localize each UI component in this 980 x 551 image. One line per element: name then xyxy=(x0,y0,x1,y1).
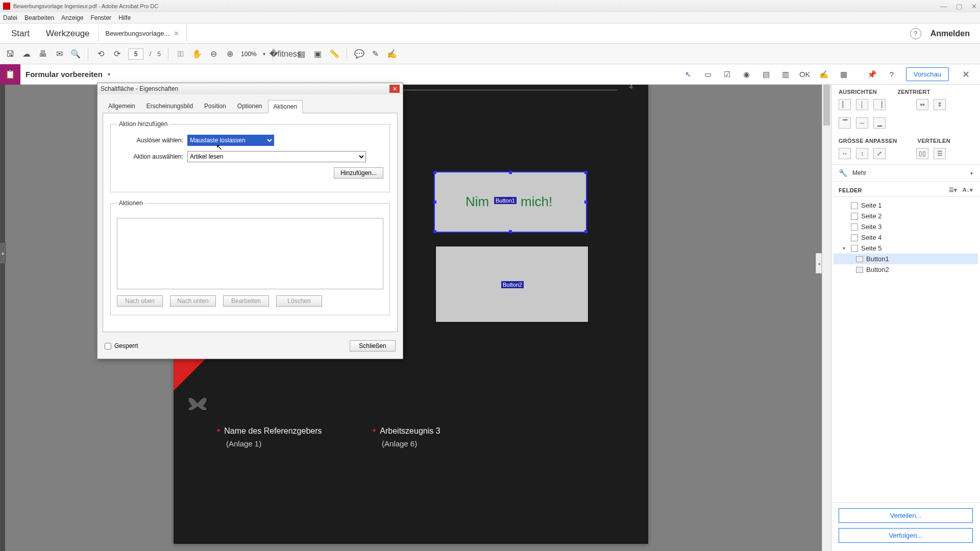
list-field-icon[interactable]: ▤ xyxy=(761,69,771,80)
action-select[interactable]: Artikel lesen xyxy=(187,151,366,162)
sort-icon[interactable]: ☰▾ xyxy=(949,187,958,193)
tree-page-3[interactable]: Seite 3 xyxy=(834,221,978,232)
form-field-button1[interactable]: Nim Button1 mich! xyxy=(434,171,587,233)
fit-page-icon[interactable]: ▤ xyxy=(297,49,307,59)
select-arrow-icon[interactable]: ▭⃕ xyxy=(176,49,186,59)
ruler-icon[interactable]: 📏 xyxy=(329,49,339,59)
twisty-icon[interactable]: ▾ xyxy=(843,245,848,251)
tab-general[interactable]: Allgemein xyxy=(103,99,141,113)
help-tool-icon[interactable]: ? xyxy=(887,69,897,80)
form-prepare-dropdown-icon[interactable]: ▾ xyxy=(108,71,110,77)
align-center-v-icon[interactable]: ─ xyxy=(856,117,868,129)
align-top-icon[interactable]: ▔ xyxy=(839,117,851,129)
close-formbar-icon[interactable]: ✕ xyxy=(958,69,974,80)
add-action-button[interactable]: Hinzufügen... xyxy=(334,167,383,179)
locked-checkbox[interactable] xyxy=(105,343,111,349)
form-prepare-label[interactable]: Formular vorbereiten xyxy=(20,70,108,79)
move-down-button[interactable]: Nach unten xyxy=(170,295,216,307)
checkbox-field-icon[interactable]: ☑ xyxy=(722,69,732,80)
tree-field-button2[interactable]: Button2 xyxy=(834,264,978,275)
menu-window[interactable]: Fenster xyxy=(90,14,111,21)
read-mode-icon[interactable]: ▣ xyxy=(313,49,323,59)
tree-page-4[interactable]: Seite 4 xyxy=(834,232,978,243)
page-down-icon[interactable]: ⟳ xyxy=(112,49,122,59)
help-icon[interactable]: ? xyxy=(910,28,921,39)
tab-close-icon[interactable]: ✕ xyxy=(174,30,179,37)
tab-actions[interactable]: Aktionen xyxy=(268,100,303,113)
tree-field-button1[interactable]: Button1 xyxy=(834,254,978,264)
zoom-out-icon[interactable]: ⊖ xyxy=(208,49,218,59)
barcode-field-icon[interactable]: ▦ xyxy=(839,69,849,80)
menu-view[interactable]: Anzeige xyxy=(61,14,83,21)
menu-edit[interactable]: Bearbeiten xyxy=(24,14,54,21)
dialog-titlebar[interactable]: Schaltfläche - Eigenschaften ✕ xyxy=(97,83,403,94)
form-field-button2[interactable]: Button2 xyxy=(435,246,589,322)
comment-icon[interactable]: 💬 xyxy=(354,49,364,59)
highlight-icon[interactable]: ✎ xyxy=(371,49,381,59)
size-both-icon[interactable]: ⤢ xyxy=(873,148,886,159)
nav-pane-expand[interactable]: ▸ xyxy=(0,243,6,263)
edit-action-button[interactable]: Bearbeiten xyxy=(223,295,269,307)
distribute-h-icon[interactable]: ▯▯ xyxy=(916,148,928,159)
zoom-value[interactable]: 100% xyxy=(241,51,257,58)
cloud-icon[interactable]: ☁ xyxy=(21,49,32,59)
align-bottom-icon[interactable]: ▁ xyxy=(873,117,886,129)
button-field-icon[interactable]: OK xyxy=(800,69,810,80)
center-v-icon[interactable]: ⇕ xyxy=(934,99,946,110)
tree-page-1[interactable]: Seite 1 xyxy=(834,200,978,211)
hand-icon[interactable]: ✋ xyxy=(192,49,202,59)
mail-icon[interactable]: ✉ xyxy=(54,49,64,59)
signature-field-icon[interactable]: ✍ xyxy=(819,69,829,80)
maximize-button[interactable]: ▢ xyxy=(956,3,962,10)
tree-page-5[interactable]: ▾Seite 5 xyxy=(834,243,978,254)
more-row[interactable]: 🔧 Mehr ▾ xyxy=(831,164,980,182)
login-link[interactable]: Anmelden xyxy=(930,29,970,38)
sort-az-icon[interactable]: A↓▾ xyxy=(963,187,973,193)
zoom-in-icon[interactable]: ⊕ xyxy=(225,49,235,59)
select-tool-icon[interactable]: ↖ xyxy=(683,69,694,80)
dropdown-field-icon[interactable]: ▥ xyxy=(780,69,791,80)
align-right-icon[interactable]: ▕ xyxy=(873,99,886,110)
vertical-scrollbar[interactable] xyxy=(822,85,831,551)
menu-file[interactable]: Datei xyxy=(3,14,17,21)
size-height-icon[interactable]: ↕ xyxy=(856,148,868,159)
tab-tools[interactable]: Werkzeuge xyxy=(38,24,98,43)
tab-document[interactable]: Bewerbungsvorlage... ✕ xyxy=(98,24,187,42)
right-panel-collapse[interactable]: ◂ xyxy=(816,253,822,273)
minimize-button[interactable]: — xyxy=(940,3,947,10)
delete-action-button[interactable]: Löschen xyxy=(276,295,322,307)
trigger-select[interactable]: Maustaste loslassen xyxy=(187,135,274,146)
tab-options[interactable]: Optionen xyxy=(232,99,268,113)
print-icon[interactable]: 🖶 xyxy=(38,49,48,59)
close-button[interactable]: ✕ xyxy=(971,3,977,10)
track-button[interactable]: Verfolgen... xyxy=(839,528,973,543)
size-width-icon[interactable]: ↔ xyxy=(839,148,851,159)
zoom-dropdown-icon[interactable]: ▾ xyxy=(263,51,265,57)
tree-page-2[interactable]: Seite 2 xyxy=(834,211,978,221)
actions-listbox[interactable] xyxy=(117,218,383,289)
search-icon[interactable]: 🔍 xyxy=(70,49,81,59)
page-up-icon[interactable]: ⟲ xyxy=(95,49,106,59)
preview-button[interactable]: Vorschau xyxy=(906,67,949,81)
move-up-button[interactable]: Nach oben xyxy=(117,295,163,307)
pin-icon[interactable]: 📌 xyxy=(867,69,877,80)
tab-appearance[interactable]: Erscheinungsbild xyxy=(141,99,199,113)
tab-start[interactable]: Start xyxy=(3,24,38,43)
radio-field-icon[interactable]: ◉ xyxy=(742,69,752,80)
locked-checkbox-label[interactable]: Gesperrt xyxy=(105,342,138,349)
close-dialog-button[interactable]: Schließen xyxy=(350,340,396,352)
text-field-icon[interactable]: ▭ xyxy=(703,69,713,80)
fit-width-icon[interactable]: �fitness xyxy=(280,49,290,59)
align-center-h-icon[interactable]: │ xyxy=(856,99,868,110)
page-number-input[interactable] xyxy=(128,48,143,60)
tab-position[interactable]: Position xyxy=(199,99,232,113)
save-icon[interactable]: 🖫 xyxy=(5,49,15,59)
sign-icon[interactable]: ✍ xyxy=(387,49,397,59)
distribute-button[interactable]: Verteilen... xyxy=(839,508,973,523)
scrollbar-thumb[interactable] xyxy=(823,85,830,126)
dialog-close-icon[interactable]: ✕ xyxy=(389,85,400,93)
center-h-icon[interactable]: ⇔ xyxy=(916,99,928,110)
align-left-icon[interactable]: ▏ xyxy=(839,99,851,110)
menu-help[interactable]: Hilfe xyxy=(118,14,131,21)
distribute-v-icon[interactable]: ☰ xyxy=(934,148,946,159)
